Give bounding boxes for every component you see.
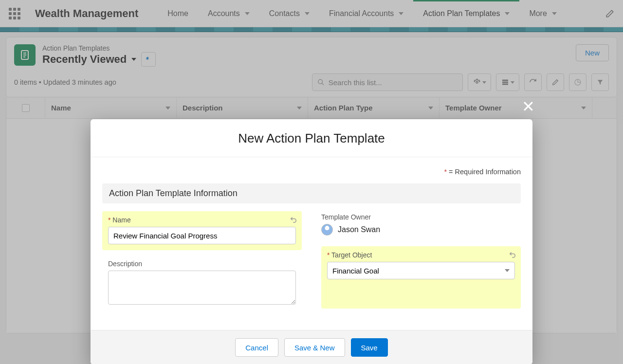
description-field: Description [102,255,302,312]
chevron-down-icon [505,269,510,272]
save-button[interactable]: Save [351,338,388,357]
modal-title: New Action Plan Template [91,119,532,157]
close-icon[interactable]: ✕ [522,97,535,116]
modal-footer: Cancel Save & New Save [91,330,532,364]
description-input[interactable] [108,271,296,305]
avatar-icon [321,224,333,236]
name-input[interactable] [108,227,296,244]
owner-value: Jason Swan [321,224,521,236]
name-label: * Name [108,216,296,224]
save-and-new-button[interactable]: Save & New [284,338,345,357]
undo-icon[interactable] [508,250,517,259]
owner-name: Jason Swan [338,225,380,234]
target-object-value: Financial Goal [332,267,379,275]
required-legend-text: = Required Information [447,168,521,176]
description-label: Description [108,260,296,268]
target-object-field: * Target Object Financial Goal [321,246,521,309]
new-template-modal: New Action Plan Template * = Required In… [91,119,532,364]
name-field: * Name [102,211,302,250]
required-legend: * = Required Information [102,168,521,176]
target-object-label: * Target Object [327,251,515,259]
section-header: Action Plan Template Information [102,183,521,203]
cancel-button[interactable]: Cancel [235,338,278,357]
owner-label: Template Owner [321,213,521,221]
target-object-select[interactable]: Financial Goal [327,262,515,279]
owner-field: Template Owner Jason Swan [321,211,521,241]
undo-icon[interactable] [289,215,298,224]
